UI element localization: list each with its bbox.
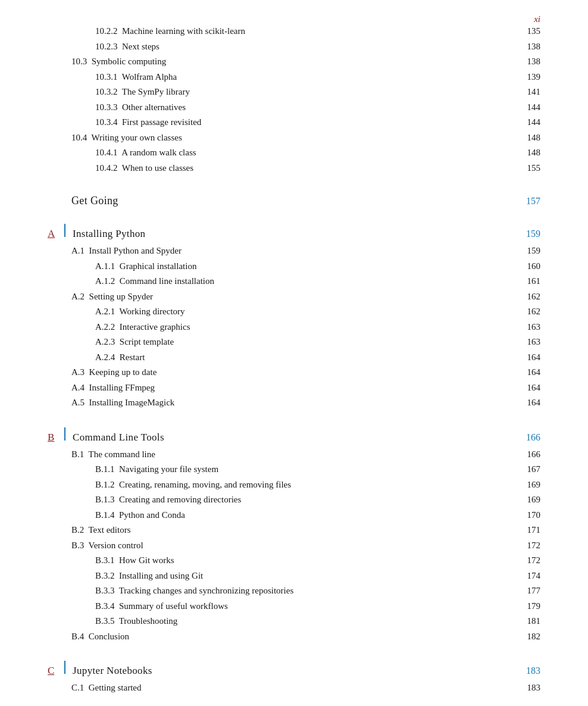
toc-entry-B.4: B.4 Conclusion 182 — [48, 629, 540, 645]
get-going-title: Get Going — [48, 195, 526, 207]
chapter-10-entries: 10.2.2 Machine learning with scikit-lear… — [48, 24, 540, 176]
toc-entry-A.1.1: A.1.1 Graphical installation 160 — [48, 259, 540, 274]
toc-entry-10.3.1: 10.3.1 Wolfram Alpha 139 — [48, 70, 540, 85]
toc-entry-B.1.4: B.1.4 Python and Conda 170 — [48, 508, 540, 523]
toc-entry-10.3.3: 10.3.3 Other alternatives 144 — [48, 100, 540, 115]
appendix-c-letter: C — [48, 665, 58, 677]
toc-entry-10.3: 10.3 Symbolic computing 138 — [48, 54, 540, 70]
appendix-c-page: 183 — [526, 666, 540, 676]
appendix-c-entries: C.1 Getting started 183 — [48, 680, 540, 696]
toc-entry-10.2.2: 10.2.2 Machine learning with scikit-lear… — [48, 24, 540, 39]
appendix-b-entries: B.1 The command line 166 B.1.1 Navigatin… — [48, 447, 540, 645]
toc-entry-C.1: C.1 Getting started 183 — [48, 680, 540, 696]
toc-entry-B.1.1: B.1.1 Navigating your file system 167 — [48, 462, 540, 477]
toc-entry-B.1.3: B.1.3 Creating and removing directories … — [48, 492, 540, 508]
toc-entry-B.3: B.3 Version control 172 — [48, 538, 540, 554]
appendix-b-letter: B — [48, 432, 58, 443]
get-going-section: Get Going 157 — [48, 195, 540, 207]
toc-entry-10.3.4: 10.3.4 First passage revisited 144 — [48, 115, 540, 130]
toc-entry-10.3.2: 10.3.2 The SymPy library 141 — [48, 85, 540, 100]
page-number: xi — [534, 14, 540, 24]
appendix-a-section: A Installing Python 159 A.1 Install Pyth… — [48, 224, 540, 411]
toc-entry-A.1: A.1 Install Python and Spyder 159 — [48, 243, 540, 259]
appendix-c-title: Jupyter Notebooks — [73, 665, 526, 677]
appendix-a-title: Installing Python — [73, 228, 526, 240]
toc-entry-B.3.2: B.3.2 Installing and using Git 174 — [48, 568, 540, 584]
toc-entry-10.2.3: 10.2.3 Next steps 138 — [48, 39, 540, 55]
toc-entry-10.4: 10.4 Writing your own classes 148 — [48, 130, 540, 146]
appendix-a-entries: A.1 Install Python and Spyder 159 A.1.1 … — [48, 243, 540, 411]
appendix-b-title: Command Line Tools — [73, 432, 526, 443]
appendix-c-divider — [64, 661, 65, 674]
toc-entry-B.3.1: B.3.1 How Git works 172 — [48, 553, 540, 568]
appendix-c-section: C Jupyter Notebooks 183 C.1 Getting star… — [48, 661, 540, 696]
toc-entry-B.1.2: B.1.2 Creating, renaming, moving, and re… — [48, 477, 540, 493]
appendix-a-letter: A — [48, 228, 58, 240]
appendix-b-section: B Command Line Tools 166 B.1 The command… — [48, 427, 540, 645]
toc-entry-A.2.1: A.2.1 Working directory 162 — [48, 304, 540, 320]
toc-entry-A.4: A.4 Installing FFmpeg 164 — [48, 380, 540, 396]
toc-entry-10.4.1: 10.4.1 A random walk class 148 — [48, 145, 540, 161]
toc-entry-A.5: A.5 Installing ImageMagick 164 — [48, 395, 540, 411]
appendix-b-header: B Command Line Tools 166 — [48, 427, 540, 443]
toc-entry-A.3: A.3 Keeping up to date 164 — [48, 365, 540, 380]
toc-entry-A.1.2: A.1.2 Command line installation 161 — [48, 274, 540, 289]
toc-entry-A.2.3: A.2.3 Script template 163 — [48, 335, 540, 350]
toc-entry-A.2.4: A.2.4 Restart 164 — [48, 350, 540, 366]
toc-entry-B.3.4: B.3.4 Summary of useful workflows 179 — [48, 599, 540, 614]
appendix-c-header: C Jupyter Notebooks 183 — [48, 661, 540, 677]
toc-entry-10.4.2: 10.4.2 When to use classes 155 — [48, 161, 540, 176]
toc-entry-B.1: B.1 The command line 166 — [48, 447, 540, 463]
appendix-a-page: 159 — [526, 229, 540, 239]
appendix-b-page: 166 — [526, 432, 540, 443]
toc-entry-A.2.2: A.2.2 Interactive graphics 163 — [48, 320, 540, 335]
toc-entry-A.2: A.2 Setting up Spyder 162 — [48, 289, 540, 305]
toc-entry-B.3.3: B.3.3 Tracking changes and synchronizing… — [48, 583, 540, 599]
get-going-page: 157 — [526, 196, 540, 207]
appendix-b-divider — [64, 427, 65, 441]
toc-entry-B.2: B.2 Text editors 171 — [48, 523, 540, 538]
appendix-a-divider — [64, 224, 65, 237]
toc-entry-B.3.5: B.3.5 Troubleshooting 181 — [48, 614, 540, 629]
appendix-a-header: A Installing Python 159 — [48, 224, 540, 240]
